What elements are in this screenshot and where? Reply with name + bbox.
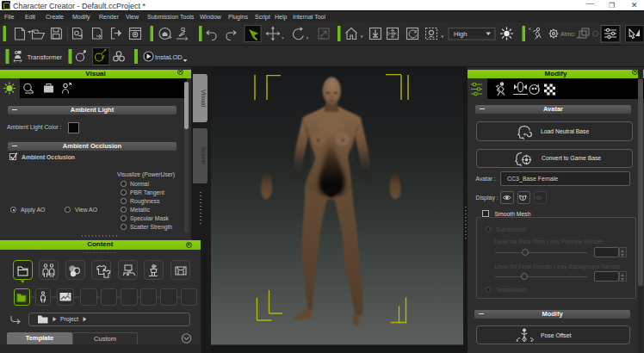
svg-text:Atmo:: Atmo: (560, 31, 576, 37)
svg-text:High: High (454, 30, 467, 38)
svg-text:InstaLOD: InstaLOD (155, 53, 183, 61)
svg-text:Transformer: Transformer (28, 53, 63, 61)
